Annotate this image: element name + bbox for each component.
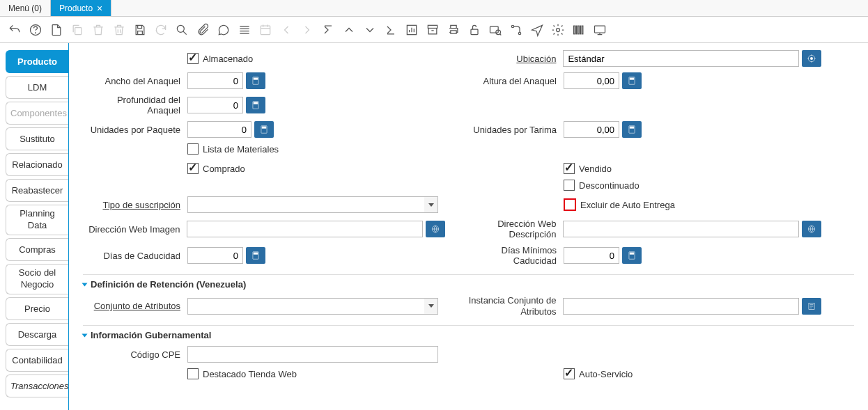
lbl-diasmin: Días Mínimos Caducidad xyxy=(459,245,564,266)
detail-icon[interactable] xyxy=(802,298,821,315)
svg-rect-8 xyxy=(490,26,499,33)
screen-icon[interactable] xyxy=(592,22,607,38)
help-icon[interactable] xyxy=(28,22,43,38)
gear-icon[interactable] xyxy=(550,22,566,38)
first-icon[interactable] xyxy=(320,22,336,38)
calendar-icon[interactable] xyxy=(258,22,273,38)
calc-icon[interactable] xyxy=(246,72,265,89)
input-tiposusc[interactable] xyxy=(187,196,438,213)
chevron-down-icon-2[interactable] xyxy=(424,298,438,315)
svg-rect-18 xyxy=(595,26,605,33)
sidetab-sustituto[interactable]: Sustituto xyxy=(6,127,68,150)
chk-almacenado[interactable] xyxy=(187,53,199,64)
last-icon[interactable] xyxy=(383,22,398,38)
report-icon[interactable] xyxy=(404,22,419,38)
calc-icon-6[interactable] xyxy=(246,247,265,264)
calc-icon-5[interactable] xyxy=(622,121,642,138)
tab-producto[interactable]: Producto × xyxy=(51,0,111,16)
svg-rect-17 xyxy=(582,26,583,34)
attachment-icon[interactable] xyxy=(195,22,210,38)
tab-menu[interactable]: Menú (0) xyxy=(0,0,51,16)
svg-rect-4 xyxy=(261,26,270,34)
locate-icon[interactable] xyxy=(802,50,821,67)
zoom-icon[interactable] xyxy=(488,22,503,38)
down-icon[interactable] xyxy=(362,22,378,38)
barcode-icon[interactable] xyxy=(571,22,587,38)
lbl-excluir: Excluir de Auto Entrega xyxy=(580,200,675,210)
form-scroll[interactable]: Almacenado Ubicación Ancho del Anaquel A… xyxy=(68,43,868,410)
input-dirimg[interactable] xyxy=(187,221,423,237)
calc-icon-4[interactable] xyxy=(254,121,274,138)
save-icon[interactable] xyxy=(132,22,148,38)
workflow-icon[interactable] xyxy=(509,22,524,38)
input-dirdesc[interactable] xyxy=(563,221,799,237)
search-icon[interactable] xyxy=(174,22,189,38)
lock-icon[interactable] xyxy=(467,22,482,38)
sidetab-producto[interactable]: Producto xyxy=(6,50,68,73)
sidetab-contabilidad[interactable]: Contabilidad xyxy=(6,349,68,372)
sidetab-reabastecer[interactable]: Reabastecer xyxy=(6,179,68,202)
calc-icon-7[interactable] xyxy=(622,247,642,264)
lbl-ancho: Ancho del Anaquel xyxy=(83,76,187,86)
sidetab-componentes[interactable]: Componentes xyxy=(6,102,68,125)
svg-point-1 xyxy=(36,32,36,33)
svg-rect-36 xyxy=(630,253,634,254)
undo-icon[interactable] xyxy=(7,22,22,38)
input-prof[interactable] xyxy=(187,97,243,113)
globe-icon-2[interactable] xyxy=(802,221,821,237)
sidetab-ldm[interactable]: LDM xyxy=(6,76,68,99)
archive-icon[interactable] xyxy=(425,22,440,38)
input-codigocpe[interactable] xyxy=(187,346,438,363)
delete-icon[interactable] xyxy=(91,22,106,38)
list-icon[interactable] xyxy=(237,22,252,38)
chk-excluir[interactable] xyxy=(564,198,576,211)
input-upt[interactable] xyxy=(564,121,619,138)
lbl-upt: Unidades por Tarima xyxy=(459,125,564,135)
close-icon[interactable]: × xyxy=(97,3,102,13)
chk-descontinuado[interactable] xyxy=(564,180,575,191)
svg-point-10 xyxy=(511,25,513,27)
input-ubicacion[interactable] xyxy=(563,50,799,67)
delete2-icon[interactable] xyxy=(111,22,127,38)
send-icon[interactable] xyxy=(529,22,545,38)
section-retencion[interactable]: Definición de Retención (Venezuela) xyxy=(83,274,854,290)
sidetab-descarga[interactable]: Descarga xyxy=(6,323,68,346)
dd-conjattr[interactable] xyxy=(187,298,438,315)
refresh-icon[interactable] xyxy=(153,22,169,38)
input-conjattr[interactable] xyxy=(187,298,438,315)
lbl-upk: Unidades por Paquete xyxy=(83,125,187,135)
sidetab-transacciones[interactable]: Transacciones xyxy=(6,374,68,397)
input-upk[interactable] xyxy=(187,121,251,138)
up-icon[interactable] xyxy=(341,22,357,38)
sidetab-planning[interactable]: PlanningData xyxy=(6,205,68,235)
sidetab-compras[interactable]: Compras xyxy=(6,238,68,261)
input-ancho[interactable] xyxy=(187,72,243,89)
globe-icon[interactable] xyxy=(426,221,445,237)
section-gub[interactable]: Información Gubernamental xyxy=(83,325,854,340)
calc-icon-2[interactable] xyxy=(622,72,642,89)
lbl-diascad: Días de Caducidad xyxy=(83,251,187,261)
chevron-down-icon[interactable] xyxy=(424,196,438,213)
chk-comprado[interactable] xyxy=(187,163,199,174)
chk-autoservicio[interactable] xyxy=(564,368,575,379)
chk-vendido[interactable] xyxy=(564,163,575,174)
collapse-icon-2 xyxy=(82,333,88,337)
print-icon[interactable] xyxy=(446,22,461,38)
chk-destacado[interactable] xyxy=(187,368,199,379)
new-icon[interactable] xyxy=(49,22,64,38)
dd-tiposusc[interactable] xyxy=(187,196,438,213)
nav-next-icon[interactable] xyxy=(300,22,315,38)
chat-icon[interactable] xyxy=(216,22,231,38)
input-altura[interactable] xyxy=(564,72,619,89)
sidetab-precio[interactable]: Precio xyxy=(6,297,68,320)
chk-listamat[interactable] xyxy=(187,143,199,155)
sidetab-socio[interactable]: Socio delNegocio xyxy=(6,264,68,294)
svg-point-19 xyxy=(810,57,813,60)
nav-prev-icon[interactable] xyxy=(279,22,294,38)
svg-rect-6 xyxy=(428,25,437,28)
input-diasmin[interactable] xyxy=(564,247,619,264)
copy-icon[interactable] xyxy=(70,22,85,38)
input-diascad[interactable] xyxy=(187,247,243,264)
calc-icon-3[interactable] xyxy=(246,97,265,113)
sidetab-relacionado[interactable]: Relacionado xyxy=(6,153,68,176)
